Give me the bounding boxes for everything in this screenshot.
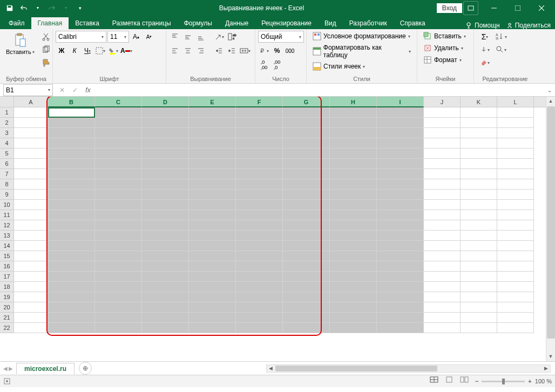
insert-cells-button[interactable]: Вставить▾	[420, 31, 469, 42]
decrease-decimal-icon[interactable]: ,00,0	[271, 59, 283, 71]
italic-icon[interactable]: К	[69, 45, 80, 57]
cell-I1[interactable]	[377, 107, 424, 118]
cell-A14[interactable]	[14, 241, 48, 251]
cell-L2[interactable]	[497, 118, 534, 128]
row-header-21[interactable]: 21	[0, 313, 13, 323]
cell-B6[interactable]	[48, 159, 95, 169]
scroll-thumb-vertical[interactable]	[547, 106, 555, 339]
format-cells-button[interactable]: Формат▾	[420, 55, 465, 65]
cell-L4[interactable]	[497, 138, 534, 148]
row-header-6[interactable]: 6	[0, 159, 13, 169]
delete-cells-button[interactable]: Удалить▾	[420, 43, 466, 53]
wrap-text-icon[interactable]: abc	[226, 31, 238, 43]
cell-C6[interactable]	[95, 159, 142, 169]
redo-dropdown-icon[interactable]: ▾	[59, 2, 72, 15]
sheet-tab[interactable]: microexcel.ru	[16, 363, 75, 374]
cell-H15[interactable]	[330, 251, 377, 261]
cell-C13[interactable]	[95, 231, 142, 241]
row-header-2[interactable]: 2	[0, 118, 13, 128]
cut-icon[interactable]	[40, 31, 52, 43]
orientation-icon[interactable]: ▾	[213, 31, 225, 43]
cell-D15[interactable]	[142, 251, 189, 261]
cell-G1[interactable]	[283, 107, 330, 118]
align-middle-icon[interactable]	[182, 31, 194, 43]
zoom-in-button[interactable]: +	[528, 378, 531, 384]
cell-K7[interactable]	[461, 169, 497, 179]
cell-I11[interactable]	[377, 210, 424, 220]
col-header-K[interactable]: K	[461, 97, 497, 107]
cell-E18[interactable]	[189, 282, 236, 292]
macro-record-icon[interactable]	[3, 377, 11, 385]
cell-K18[interactable]	[461, 282, 497, 292]
cell-K10[interactable]	[461, 200, 497, 210]
cell-H13[interactable]	[330, 231, 377, 241]
cell-I17[interactable]	[377, 272, 424, 282]
col-header-H[interactable]: H	[330, 97, 377, 107]
scroll-left-icon[interactable]: ◀	[267, 365, 275, 372]
insert-function-icon[interactable]: fx	[82, 86, 94, 94]
cell-J13[interactable]	[424, 231, 461, 241]
cell-L1[interactable]	[497, 107, 534, 118]
cell-J19[interactable]	[424, 292, 461, 302]
undo-dropdown-icon[interactable]: ▾	[31, 2, 44, 15]
row-header-4[interactable]: 4	[0, 138, 13, 148]
cell-E5[interactable]	[189, 148, 236, 159]
cell-H1[interactable]	[330, 107, 377, 118]
cell-E13[interactable]	[189, 231, 236, 241]
cell-H10[interactable]	[330, 200, 377, 210]
clear-icon[interactable]: ▾	[477, 57, 493, 69]
cell-G16[interactable]	[283, 261, 330, 272]
cell-B2[interactable]	[48, 118, 95, 128]
cell-H12[interactable]	[330, 220, 377, 231]
cell-F12[interactable]	[236, 220, 283, 231]
minimize-button[interactable]	[483, 1, 505, 15]
cell-E4[interactable]	[189, 138, 236, 148]
cell-E11[interactable]	[189, 210, 236, 220]
cell-C11[interactable]	[95, 210, 142, 220]
cell-K22[interactable]	[461, 323, 497, 333]
cell-A5[interactable]	[14, 148, 48, 159]
row-header-8[interactable]: 8	[0, 179, 13, 190]
cell-E8[interactable]	[189, 179, 236, 190]
cell-L15[interactable]	[497, 251, 534, 261]
cell-G15[interactable]	[283, 251, 330, 261]
row-header-17[interactable]: 17	[0, 272, 13, 282]
cell-L9[interactable]	[497, 190, 534, 200]
cell-L3[interactable]	[497, 128, 534, 138]
share-button[interactable]: Поделиться	[506, 22, 551, 29]
cell-A17[interactable]	[14, 272, 48, 282]
cell-B5[interactable]	[48, 148, 95, 159]
cell-E10[interactable]	[189, 200, 236, 210]
zoom-level[interactable]: 100 %	[535, 378, 552, 384]
cell-J2[interactable]	[424, 118, 461, 128]
cell-H7[interactable]	[330, 169, 377, 179]
conditional-formatting-button[interactable]: Условное форматирование▾	[309, 31, 414, 42]
zoom-thumb[interactable]	[502, 379, 505, 384]
cell-A10[interactable]	[14, 200, 48, 210]
row-header-12[interactable]: 12	[0, 220, 13, 231]
formula-input[interactable]	[97, 85, 544, 96]
cell-J21[interactable]	[424, 313, 461, 323]
increase-indent-icon[interactable]	[226, 45, 238, 57]
cell-G5[interactable]	[283, 148, 330, 159]
font-size-combo[interactable]: 11▾	[107, 31, 129, 43]
cell-C14[interactable]	[95, 241, 142, 251]
cell-G21[interactable]	[283, 313, 330, 323]
cell-G18[interactable]	[283, 282, 330, 292]
cell-F1[interactable]	[236, 107, 283, 118]
cell-D20[interactable]	[142, 302, 189, 313]
cell-F9[interactable]	[236, 190, 283, 200]
cell-G22[interactable]	[283, 323, 330, 333]
cell-B1[interactable]	[48, 107, 95, 118]
cell-C4[interactable]	[95, 138, 142, 148]
cell-G3[interactable]	[283, 128, 330, 138]
cell-A4[interactable]	[14, 138, 48, 148]
cell-K4[interactable]	[461, 138, 497, 148]
cell-G2[interactable]	[283, 118, 330, 128]
row-header-5[interactable]: 5	[0, 148, 13, 159]
cell-I8[interactable]	[377, 179, 424, 190]
row-header-1[interactable]: 1	[0, 107, 13, 118]
cell-L18[interactable]	[497, 282, 534, 292]
tab-view[interactable]: Вид	[318, 17, 343, 29]
cell-L20[interactable]	[497, 302, 534, 313]
